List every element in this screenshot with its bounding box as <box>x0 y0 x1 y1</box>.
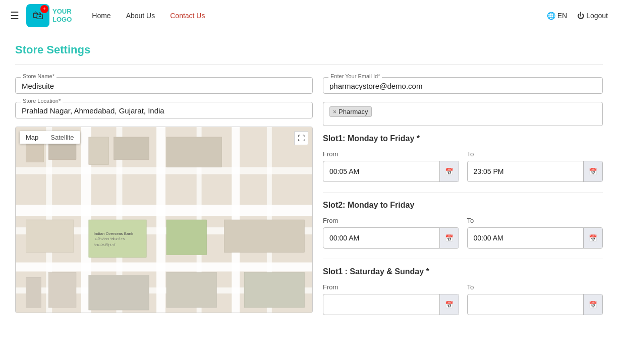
tag-remove-pharmacy[interactable]: × <box>333 108 336 115</box>
svg-rect-17 <box>166 137 221 167</box>
slot3-from-input-wrap: 📅 <box>323 294 459 315</box>
slot1-row: From 📅 To 📅 <box>323 150 603 182</box>
map-svg: Indian Overseas Bank ઇન્ડિઅન ઓવ.બેન્ક આઇ… <box>16 127 312 313</box>
slot2-row: From 📅 To 📅 <box>323 217 603 249</box>
slot2-from-label: From <box>323 217 459 224</box>
logout-icon: ⏻ <box>577 12 584 20</box>
nav-right: 🌐 EN ⏻ Logout <box>547 12 608 20</box>
slot1-to-input[interactable] <box>468 162 584 180</box>
map-container: Map Satellite ⛶ <box>15 127 313 313</box>
slot3-from-label: From <box>323 283 459 291</box>
store-name-input[interactable] <box>22 82 306 90</box>
store-location-label: Store Location* <box>21 98 63 104</box>
store-location-input[interactable] <box>22 106 306 115</box>
slot3-from-field: From 📅 <box>323 283 459 315</box>
map-tabs: Map Satellite <box>20 131 80 144</box>
nav-link-contact[interactable]: Contact Us <box>170 12 205 20</box>
calendar-icon-5: 📅 <box>445 301 454 309</box>
calendar-icon-6: 📅 <box>589 301 597 309</box>
slot3-section: Slot1 : Saturday & Sunday * From 📅 To <box>323 267 603 315</box>
slot1-to-field: To 📅 <box>467 150 603 182</box>
email-label: Enter Your Email Id* <box>328 73 382 79</box>
divider <box>15 65 603 65</box>
form-layout: Store Name* Store Location* Map Satellit… <box>15 77 603 325</box>
logo-logo: LOGO <box>52 16 72 24</box>
svg-text:Indian Overseas Bank: Indian Overseas Bank <box>94 231 133 236</box>
slot1-title: Slot1: Monday to Friday * <box>323 134 603 143</box>
slot1-to-calendar-button[interactable]: 📅 <box>583 161 602 181</box>
svg-rect-15 <box>89 137 109 165</box>
svg-rect-10 <box>16 167 312 174</box>
logo: + YOUR LOGO <box>26 4 72 27</box>
calendar-icon: 📅 <box>445 168 454 175</box>
slot1-to-label: To <box>467 150 603 158</box>
slot-divider-2 <box>323 259 603 259</box>
map-expand-button[interactable]: ⛶ <box>294 131 308 145</box>
slot3-from-calendar-button[interactable]: 📅 <box>439 294 459 315</box>
pharmacy-tag: × Pharmacy <box>329 106 372 117</box>
svg-rect-26 <box>244 272 304 308</box>
nav-link-about[interactable]: About Us <box>126 12 155 20</box>
lang-label: EN <box>557 12 567 20</box>
svg-rect-22 <box>48 272 76 308</box>
tag-label: Pharmacy <box>339 108 368 115</box>
store-name-label: Store Name* <box>21 73 57 79</box>
svg-text:ઇન્ડિઅન ઓવ.બેન્ક: ઇન્ડિઅન ઓવ.બેન્ક <box>95 236 125 240</box>
slot2-to-label: To <box>467 217 603 224</box>
slot1-to-input-wrap: 📅 <box>467 161 603 182</box>
logout-label: Logout <box>586 12 608 20</box>
slot2-to-calendar-button[interactable]: 📅 <box>583 228 602 248</box>
slot2-from-calendar-button[interactable]: 📅 <box>439 228 459 248</box>
email-input[interactable] <box>329 82 596 90</box>
slot-divider-1 <box>323 192 603 193</box>
email-field: Enter Your Email Id* <box>323 77 603 94</box>
nav-links: Home About Us Contact Us <box>92 12 546 20</box>
lang-selector[interactable]: 🌐 EN <box>547 12 567 20</box>
logo-icon: + <box>26 4 49 27</box>
slot3-to-field: To 📅 <box>467 283 603 315</box>
slot2-title: Slot2: Monday to Friday <box>323 201 603 210</box>
slot3-row: From 📅 To 📅 <box>323 283 603 315</box>
slot3-to-calendar-button[interactable]: 📅 <box>583 294 602 315</box>
slot3-from-input[interactable] <box>323 295 439 314</box>
svg-rect-21 <box>26 277 41 308</box>
hamburger-icon[interactable]: ☰ <box>10 10 19 22</box>
form-left: Store Name* Store Location* Map Satellit… <box>15 77 313 325</box>
slot1-from-label: From <box>323 150 459 158</box>
slot2-to-field: To 📅 <box>467 217 603 249</box>
slot3-title: Slot1 : Saturday & Sunday * <box>323 267 603 276</box>
calendar-icon-3: 📅 <box>445 234 454 242</box>
slot2-from-input-wrap: 📅 <box>323 227 459 249</box>
svg-rect-19 <box>166 220 207 255</box>
nav-link-home[interactable]: Home <box>92 12 110 20</box>
map-tab-map[interactable]: Map <box>20 131 44 144</box>
map-tab-satellite[interactable]: Satellite <box>44 131 80 144</box>
logo-your: YOUR <box>52 8 72 16</box>
logo-text: YOUR LOGO <box>52 8 72 23</box>
svg-rect-16 <box>114 137 149 160</box>
slot2-to-input-wrap: 📅 <box>467 227 603 249</box>
slot3-to-label: To <box>467 283 603 291</box>
logo-badge: + <box>40 5 48 13</box>
svg-rect-20 <box>26 220 73 253</box>
slot3-to-input-wrap: 📅 <box>467 294 603 315</box>
slot1-from-input-wrap: 📅 <box>323 161 459 182</box>
slot2-from-input[interactable] <box>323 229 439 247</box>
slot1-from-calendar-button[interactable]: 📅 <box>439 161 459 181</box>
navbar: ☰ + YOUR LOGO Home About Us Contact Us 🌐… <box>0 0 618 31</box>
store-location-field: Store Location* <box>15 102 313 118</box>
svg-rect-4 <box>156 127 165 313</box>
slot2-to-input[interactable] <box>468 229 584 247</box>
page-title: Store Settings <box>15 43 603 56</box>
calendar-icon-2: 📅 <box>589 168 597 175</box>
slot1-from-field: From 📅 <box>323 150 459 182</box>
logout-button[interactable]: ⏻ Logout <box>577 12 608 20</box>
svg-rect-25 <box>224 220 304 253</box>
svg-rect-23 <box>89 275 149 310</box>
slot2-section: Slot2: Monday to Friday From 📅 To <box>323 201 603 249</box>
category-tags-field[interactable]: × Pharmacy <box>323 102 603 126</box>
globe-icon: 🌐 <box>547 12 555 20</box>
slot3-to-input[interactable] <box>468 295 584 314</box>
slot1-from-input[interactable] <box>323 162 439 180</box>
form-right: Enter Your Email Id* × Pharmacy Slot1: M… <box>323 77 603 325</box>
